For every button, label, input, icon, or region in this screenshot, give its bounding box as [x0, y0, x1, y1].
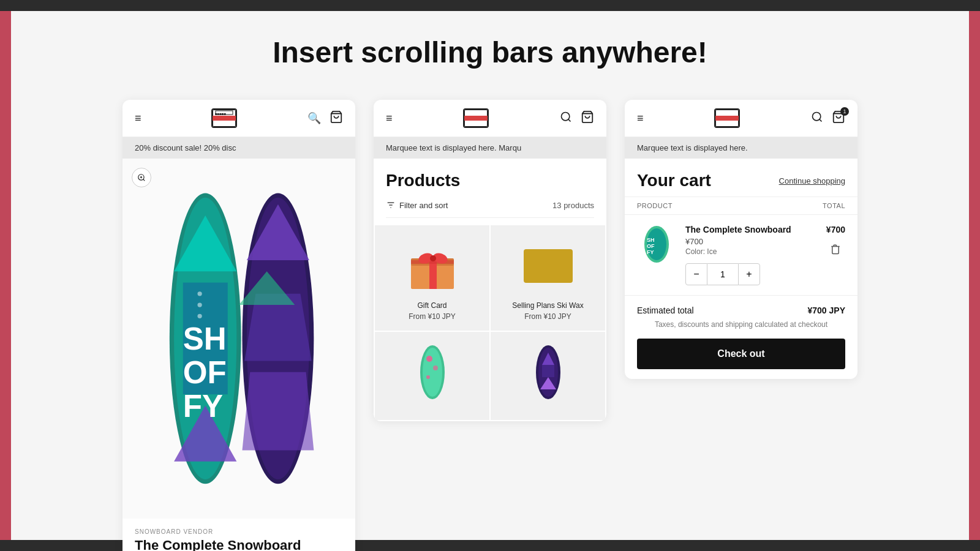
- panel3-store-logo[interactable]: [714, 108, 740, 128]
- nav-center: ■■■■■: [211, 108, 237, 128]
- svg-point-43: [423, 348, 442, 397]
- svg-rect-51: [542, 365, 554, 377]
- svg-point-46: [426, 375, 430, 379]
- svg-rect-27: [464, 116, 488, 121]
- quantity-decrease-button[interactable]: −: [685, 263, 707, 285]
- svg-point-54: [812, 113, 820, 121]
- panel3-cart-icon[interactable]: 1: [832, 110, 845, 127]
- svg-point-28: [561, 112, 569, 120]
- panel3-nav: ≡: [625, 100, 858, 137]
- wax-price: From ¥10 JPY: [524, 312, 571, 321]
- svg-text:■■■■■: ■■■■■: [215, 112, 226, 116]
- checkout-button[interactable]: Check out: [637, 339, 845, 369]
- filter-row: Filter and sort 13 products: [386, 200, 594, 218]
- svg-line-55: [820, 119, 822, 122]
- nav-right: 🔍: [307, 110, 343, 127]
- svg-text:OF: OF: [647, 243, 655, 249]
- search-icon[interactable]: 🔍: [307, 111, 321, 125]
- cart-footer: Estimated total ¥700 JPY Taxes, discount…: [625, 295, 858, 379]
- page-heading: Insert scrolling bars anywhere!: [273, 36, 707, 69]
- right-accent: [969, 11, 980, 551]
- panel2-store-logo[interactable]: [463, 108, 489, 128]
- svg-text:FY: FY: [647, 249, 654, 255]
- estimated-total-row: Estimated total ¥700 JPY: [637, 305, 845, 315]
- product-card-wax[interactable]: Selling Plans Ski Wax From ¥10 JPY: [491, 225, 605, 331]
- tax-note: Taxes, discounts and shipping calculated…: [637, 320, 845, 329]
- wax-box: [524, 249, 573, 283]
- product-card-snowboard2[interactable]: [491, 332, 605, 420]
- main-area: Insert scrolling bars anywhere! ≡ ■■■■■: [11, 11, 969, 540]
- svg-line-6: [143, 179, 145, 181]
- product-card-gift[interactable]: Gift Card From ¥10 JPY: [375, 225, 489, 331]
- quantity-controls: − +: [685, 263, 817, 285]
- continue-shopping-link[interactable]: Continue shopping: [779, 176, 845, 186]
- product-card-snowboard1[interactable]: [375, 332, 489, 420]
- products-count: 13 products: [552, 201, 594, 210]
- gift-card-name: Gift Card: [417, 301, 447, 310]
- panel3-nav-center: [714, 108, 740, 128]
- wax-image: [518, 235, 579, 296]
- products-grid: Gift Card From ¥10 JPY Selling Plans Ski…: [374, 224, 606, 421]
- cart-item-color: Color: Ice: [685, 247, 817, 256]
- svg-line-29: [568, 119, 571, 121]
- snowboard1-image: [402, 342, 463, 403]
- panel2-hamburger-icon[interactable]: ≡: [386, 112, 393, 125]
- quantity-increase-button[interactable]: +: [738, 263, 760, 285]
- panel2-marquee: Marquee text is displayed here. Marqu: [374, 137, 606, 159]
- cart-item-image: SH OF FY: [637, 225, 677, 264]
- col-product-label: PRODUCT: [637, 202, 673, 209]
- cart-badge: 1: [840, 107, 849, 116]
- cart-table-header: PRODUCT TOTAL: [625, 197, 858, 215]
- cart-item: SH OF FY The Complete Snowboard ¥700 Col…: [625, 215, 858, 295]
- panel-cart: ≡: [625, 100, 858, 379]
- gift-card-image: [402, 235, 463, 296]
- col-total-label: TOTAL: [823, 202, 845, 209]
- svg-rect-53: [715, 116, 739, 121]
- svg-marker-24: [242, 372, 314, 451]
- panel-product-detail: ≡ ■■■■■ 🔍: [123, 100, 355, 551]
- wax-name: Selling Plans Ski Wax: [512, 301, 583, 310]
- gift-card-price: From ¥10 JPY: [409, 312, 456, 321]
- estimated-value: ¥700 JPY: [808, 305, 846, 315]
- store-logo[interactable]: ■■■■■: [211, 108, 237, 128]
- panel2-nav-right: [560, 110, 594, 126]
- cart-icon[interactable]: [330, 110, 343, 127]
- estimated-label: Estimated total: [637, 305, 694, 315]
- svg-point-17: [197, 291, 202, 296]
- product-title: The Complete Snowboard: [135, 538, 343, 551]
- svg-rect-1: [213, 116, 236, 121]
- cart-title: Your cart: [637, 171, 711, 190]
- svg-point-41: [430, 255, 436, 261]
- panel2-search-icon[interactable]: [560, 111, 572, 126]
- panel3-marquee: Marquee text is displayed here.: [625, 137, 858, 159]
- cart-item-name: The Complete Snowboard: [685, 225, 817, 234]
- cart-item-total: ¥700: [826, 225, 845, 234]
- svg-text:FY: FY: [183, 389, 223, 424]
- svg-point-44: [426, 356, 432, 362]
- svg-point-45: [433, 365, 438, 370]
- left-accent: [0, 11, 11, 551]
- panel3-hamburger-icon[interactable]: ≡: [637, 112, 644, 125]
- panel3-search-icon[interactable]: [811, 111, 823, 126]
- cart-item-details: The Complete Snowboard ¥700 Color: Ice −…: [685, 225, 817, 285]
- quantity-input[interactable]: [707, 263, 738, 285]
- panel2-nav-left: ≡: [386, 112, 393, 125]
- cart-item-price: ¥700: [685, 237, 817, 246]
- products-page-title: Products: [386, 171, 594, 190]
- panel3-nav-right: 1: [811, 110, 845, 127]
- filter-sort-button[interactable]: Filter and sort: [386, 200, 448, 210]
- panel2-cart-icon[interactable]: [581, 110, 594, 126]
- hamburger-icon[interactable]: ≡: [135, 112, 141, 125]
- panel1-marquee: 20% discount sale! 20% disc: [123, 137, 355, 159]
- svg-point-18: [197, 302, 202, 307]
- product-info: SNOWBOARD VENDOR The Complete Snowboard …: [123, 519, 355, 551]
- delete-item-button[interactable]: [826, 239, 845, 259]
- svg-text:SH: SH: [647, 237, 655, 243]
- vendor-label: SNOWBOARD VENDOR: [135, 528, 343, 535]
- zoom-button[interactable]: [132, 168, 151, 187]
- panel3-nav-left: ≡: [637, 112, 644, 125]
- svg-point-19: [197, 314, 202, 318]
- product-image-area: SH OF FY: [123, 159, 355, 519]
- panel1-nav: ≡ ■■■■■ 🔍: [123, 100, 355, 137]
- top-bar: [0, 0, 980, 11]
